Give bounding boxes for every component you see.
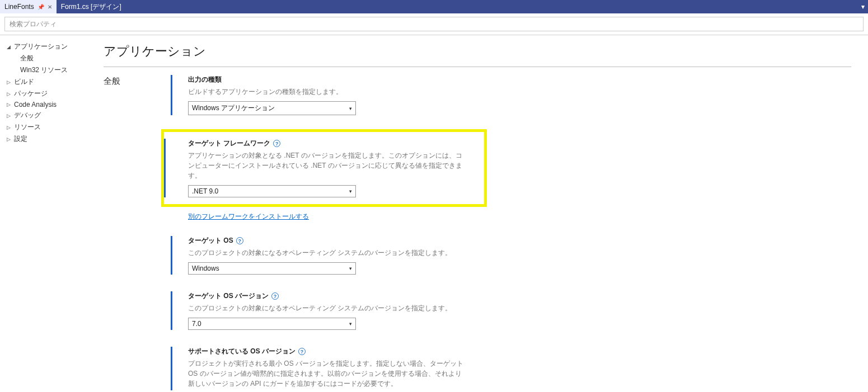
field-target-framework: ターゲット フレームワーク ? アプリケーションの対象となる .NET のバージ… xyxy=(164,139,477,197)
sidebar-item-resources[interactable]: ▷ リソース xyxy=(6,121,98,133)
expander-icon: ▷ xyxy=(6,136,11,142)
section-heading: 全般 xyxy=(104,75,126,87)
page-title: アプリケーション xyxy=(104,40,851,67)
close-icon[interactable]: ✕ xyxy=(48,4,52,10)
install-framework-link[interactable]: 別のフレームワークをインストールする xyxy=(188,212,309,221)
section-general: 全般 出力の種類 ビルドするアプリケーションの種類を指定します。 Windows… xyxy=(104,75,851,390)
sidebar-item-general[interactable]: 全般 xyxy=(6,53,98,64)
sidebar-item-label: Code Analysis xyxy=(14,101,57,108)
chevron-down-icon: ▾ xyxy=(349,321,352,327)
chevron-down-icon: ▾ xyxy=(349,188,352,194)
sidebar-item-label: デバッグ xyxy=(14,111,41,120)
field-label: サポートされている OS バージョン ? xyxy=(188,347,484,356)
sidebar-item-label: リソース xyxy=(14,122,41,132)
sidebar-item-code-analysis[interactable]: ▷ Code Analysis xyxy=(6,100,98,110)
output-type-select[interactable]: Windows アプリケーション ▾ xyxy=(188,101,356,115)
sidebar-item-label: パッケージ xyxy=(14,89,48,98)
field-output-type: 出力の種類 ビルドするアプリケーションの種類を指定します。 Windows アプ… xyxy=(171,75,484,115)
field-label: ターゲット フレームワーク ? xyxy=(188,139,477,148)
sidebar-item-package[interactable]: ▷ パッケージ xyxy=(6,88,98,100)
help-icon[interactable]: ? xyxy=(236,237,243,244)
tab-form1[interactable]: Form1.cs [デザイン] xyxy=(57,0,126,13)
field-description: プロジェクトが実行される最小 OS バージョンを指定します。指定しない場合、ター… xyxy=(188,358,468,389)
sidebar-item-application[interactable]: ◢ アプリケーション xyxy=(6,41,98,53)
document-tabs: LineFonts 📌 ✕ Form1.cs [デザイン] ▾ xyxy=(0,0,868,13)
content-pane: アプリケーション 全般 出力の種類 ビルドするアプリケーションの種類を指定します… xyxy=(98,35,868,390)
select-value: 7.0 xyxy=(192,320,201,328)
sidebar-item-label: 全般 xyxy=(20,54,34,63)
sidebar-item-label: Win32 リソース xyxy=(20,65,68,75)
expander-icon: ▷ xyxy=(6,79,11,85)
field-label: ターゲット OS バージョン ? xyxy=(188,291,484,301)
fields-column: 出力の種類 ビルドするアプリケーションの種類を指定します。 Windows アプ… xyxy=(171,75,484,390)
help-icon[interactable]: ? xyxy=(271,292,279,300)
chevron-down-icon: ▾ xyxy=(349,266,352,271)
tab-linefonts[interactable]: LineFonts 📌 ✕ xyxy=(0,0,57,13)
sidebar-item-build[interactable]: ▷ ビルド xyxy=(6,76,98,88)
property-search-row xyxy=(0,13,868,35)
help-icon[interactable]: ? xyxy=(298,348,306,355)
chevron-down-icon: ▾ xyxy=(861,3,865,11)
chevron-down-icon: ▾ xyxy=(349,106,352,111)
target-framework-select[interactable]: .NET 9.0 ▾ xyxy=(188,185,356,197)
field-target-os-version: ターゲット OS バージョン ? このプロジェクトの対象になるオペレーティング … xyxy=(171,291,484,330)
select-value: .NET 9.0 xyxy=(192,187,218,195)
field-description: このプロジェクトの対象になるオペレーティング システムのバージョンを指定します。 xyxy=(188,303,468,313)
sidebar: ◢ アプリケーション 全般 Win32 リソース ▷ ビルド ▷ パッケージ ▷… xyxy=(0,35,98,390)
tab-label: Form1.cs [デザイン] xyxy=(61,2,121,12)
field-supported-os-version: サポートされている OS バージョン ? プロジェクトが実行される最小 OS バ… xyxy=(171,347,484,390)
target-os-version-select[interactable]: 7.0 ▾ xyxy=(188,318,356,330)
expander-icon: ▷ xyxy=(6,113,11,119)
search-input[interactable] xyxy=(4,17,864,31)
sidebar-item-settings[interactable]: ▷ 設定 xyxy=(6,133,98,145)
field-description: このプロジェクトの対象になるオペレーティング システムのバージョンを指定します。 xyxy=(188,248,468,258)
field-label: 出力の種類 xyxy=(188,75,484,84)
select-value: Windows アプリケーション xyxy=(192,103,275,113)
tabbar-overflow[interactable]: ▾ xyxy=(861,0,868,13)
expander-icon: ◢ xyxy=(6,44,11,50)
field-description: ビルドするアプリケーションの種類を指定します。 xyxy=(188,87,468,97)
field-description: アプリケーションの対象となる .NET のバージョンを指定します。このオプション… xyxy=(188,150,468,181)
help-icon[interactable]: ? xyxy=(273,140,280,147)
expander-icon: ▷ xyxy=(6,91,11,97)
tab-label: LineFonts xyxy=(4,3,34,11)
main-layout: ◢ アプリケーション 全般 Win32 リソース ▷ ビルド ▷ パッケージ ▷… xyxy=(0,35,868,390)
sidebar-item-debug[interactable]: ▷ デバッグ xyxy=(6,110,98,121)
sidebar-item-label: ビルド xyxy=(14,77,34,87)
highlight-target-framework: ターゲット フレームワーク ? アプリケーションの対象となる .NET のバージ… xyxy=(164,132,484,204)
pin-icon[interactable]: 📌 xyxy=(37,4,44,10)
field-label: ターゲット OS ? xyxy=(188,236,484,245)
sidebar-item-label: 設定 xyxy=(14,134,27,144)
select-value: Windows xyxy=(192,265,219,272)
field-target-os: ターゲット OS ? このプロジェクトの対象になるオペレーティング システムのバ… xyxy=(171,236,484,275)
sidebar-item-win32-resources[interactable]: Win32 リソース xyxy=(6,64,98,76)
expander-icon: ▷ xyxy=(6,102,11,107)
target-os-select[interactable]: Windows ▾ xyxy=(188,262,356,275)
expander-icon: ▷ xyxy=(6,125,11,130)
sidebar-item-label: アプリケーション xyxy=(14,42,68,51)
